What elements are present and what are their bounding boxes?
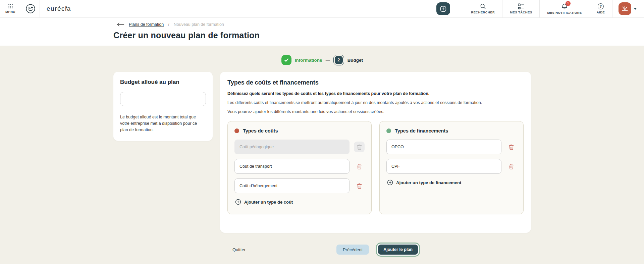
step-budget: 2 Budget: [333, 55, 363, 65]
back-arrow-button[interactable]: [117, 22, 124, 27]
cost-item-row: [234, 140, 365, 154]
smiley-logo-icon: [25, 4, 36, 14]
add-financing-type-button[interactable]: Ajouter un type de financement: [386, 179, 461, 186]
budget-card-title: Budget alloué au plan: [120, 79, 206, 86]
add-financing-type-label: Ajouter un type de financement: [396, 180, 461, 185]
user-menu-button[interactable]: [612, 2, 644, 15]
delete-financing-cpf-button[interactable]: [506, 161, 517, 172]
types-intro-bold: Définissez quels seront les types de coû…: [227, 91, 524, 96]
step-budget-number: 2: [335, 56, 343, 64]
types-card: Types de coûts et financements Définisse…: [220, 72, 531, 233]
costs-title: Types de coûts: [243, 128, 278, 134]
cost-input-transport[interactable]: [234, 159, 350, 174]
search-button[interactable]: RECHERCHER: [464, 0, 502, 17]
cost-input-hebergement[interactable]: [234, 178, 350, 193]
costs-dot-icon: [234, 128, 239, 133]
question-mark-icon: ?: [598, 3, 604, 9]
budget-card: Budget alloué au plan Le budget alloué e…: [113, 72, 213, 141]
wordmark-star-icon: ✱: [65, 6, 68, 9]
search-icon: [480, 3, 486, 9]
breadcrumb-separator: /: [168, 22, 169, 27]
financing-item-row: [386, 140, 517, 154]
my-tasks-label: MES TÂCHES: [510, 10, 532, 14]
notifications-badge: 1: [566, 1, 571, 6]
cost-item-row: [234, 178, 365, 193]
my-tasks-button[interactable]: MES TÂCHES: [502, 0, 539, 17]
breadcrumb-current: Nouveau plan de formation: [174, 22, 224, 27]
page-title: Créer un nouveau plan de formation: [113, 31, 644, 40]
budget-amount-input[interactable]: [120, 92, 206, 106]
costs-subcard: Types de coûts: [227, 121, 372, 214]
step-active-ring: 2: [333, 55, 344, 65]
add-plan-button[interactable]: Ajouter le plan: [378, 245, 418, 255]
step-budget-label: Budget: [347, 58, 363, 63]
notifications-button[interactable]: 1 MES NOTIFICATIONS: [540, 0, 589, 17]
financings-dot-icon: [386, 128, 391, 133]
step-informations-label: Informations: [295, 58, 322, 63]
breadcrumb: Plans de formation / Nouveau plan de for…: [113, 22, 644, 27]
previous-button[interactable]: Précédent: [336, 245, 369, 255]
search-label: RECHERCHER: [471, 10, 495, 14]
financing-input-cpf[interactable]: [386, 159, 501, 174]
plus-circle-icon: [235, 199, 241, 205]
financings-subcard: Types de financements: [379, 121, 524, 214]
quick-add-button[interactable]: [436, 2, 450, 15]
avatar: [619, 2, 631, 15]
main-content: Informations — 2 Budget Budget alloué au…: [0, 46, 644, 255]
brand-wordmark: eurécia ✱: [40, 5, 78, 12]
tasks-checklist-icon: [518, 3, 524, 9]
financing-item-row: [386, 159, 517, 174]
chevron-down-icon: [634, 8, 637, 10]
page-header: Plans de formation / Nouveau plan de for…: [0, 18, 644, 46]
top-bar: MENU eurécia ✱: [0, 0, 644, 18]
cost-input-pedagogique: [234, 140, 350, 154]
financings-title: Types de financements: [395, 128, 448, 134]
menu-label: MENU: [5, 10, 15, 14]
step-done-check-icon: [281, 55, 291, 65]
budget-help-text: Le budget alloué est le montant total qu…: [120, 114, 206, 133]
grid-menu-icon: [8, 4, 13, 9]
stepper-separator: —: [326, 58, 330, 63]
step-informations: Informations: [281, 55, 322, 65]
add-cost-type-button[interactable]: Ajouter un type de coût: [234, 199, 293, 205]
footer-actions: Quitter Précédent Ajouter le plan: [113, 233, 531, 255]
types-card-title: Types de coûts et financements: [227, 79, 524, 86]
plus-icon: [440, 5, 447, 12]
types-intro-line1: Les différents coûts et financements se …: [227, 100, 524, 105]
delete-cost-transport-button[interactable]: [354, 161, 365, 172]
add-cost-type-label: Ajouter un type de coût: [244, 200, 293, 205]
cost-item-row: [234, 159, 365, 174]
delete-financing-opco-button[interactable]: [506, 142, 517, 152]
brand-logo[interactable]: [21, 0, 40, 17]
plus-circle-icon: [387, 179, 393, 186]
help-button[interactable]: ? AIDE: [589, 0, 612, 17]
types-intro-line2: Vous pourrez ajouter les différents mont…: [227, 109, 524, 114]
breadcrumb-link-plans[interactable]: Plans de formation: [129, 22, 164, 27]
delete-cost-hebergement-button[interactable]: [354, 180, 365, 191]
notifications-label: MES NOTIFICATIONS: [547, 11, 582, 14]
quit-button[interactable]: Quitter: [232, 247, 246, 252]
help-label: AIDE: [597, 10, 605, 14]
stepper: Informations — 2 Budget: [113, 55, 531, 65]
financing-input-opco[interactable]: [386, 140, 501, 154]
menu-button[interactable]: MENU: [0, 0, 21, 17]
delete-cost-button-disabled: [354, 142, 365, 152]
